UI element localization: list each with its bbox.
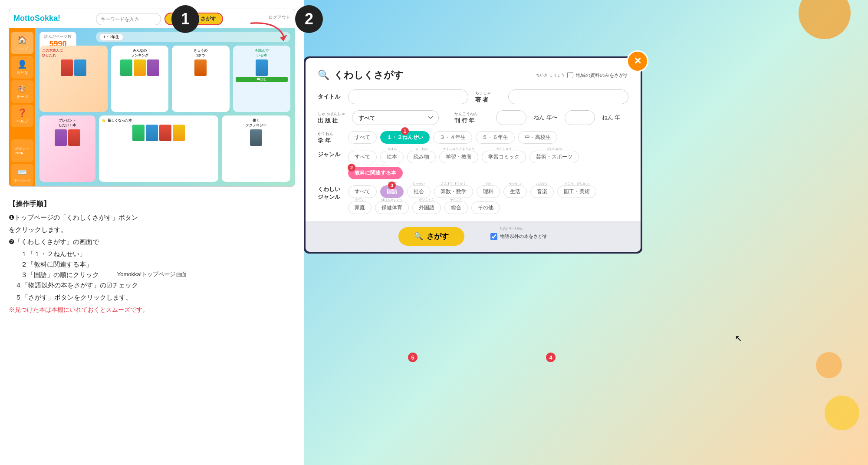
publisher-label-area: しゅっぱんしゃ 出 版 社 [318, 111, 345, 125]
detail-genre-music[interactable]: おんがく 音楽 [530, 185, 554, 198]
book-sections: この本読んにひとたれ みんなのランキング きょうの1さつ [39, 46, 290, 182]
genre-tag-comic[interactable]: がくしゅう 学習コミック [482, 151, 526, 163]
sidebar-item-keyboard[interactable]: ⌨️ キーボード [11, 164, 33, 186]
monogatari-label: 物語以外の本をさがす [500, 233, 548, 240]
dialog-close-button[interactable]: ✕ [627, 50, 648, 72]
genre-tag-ebook[interactable]: えほん 絵本 [380, 151, 404, 163]
sidebar-label-help: ヘルプ [16, 119, 28, 124]
detail-genre-all[interactable]: すべて [348, 185, 377, 198]
book-thumbs-5 [42, 129, 93, 146]
grade-tag-3-4[interactable]: ３・４年生 [433, 131, 472, 144]
detail-label-art: すこう びじゅつ [565, 181, 589, 186]
detail-genre-label: くわしいジャンル [318, 185, 341, 201]
book-thumb [146, 125, 158, 141]
step-badge-5: 5 [408, 353, 418, 362]
sidebar-item-points[interactable]: ポイント282▶ [11, 139, 33, 162]
sidebar-item-home[interactable]: 🏠 トップ [11, 32, 33, 54]
publisher-select[interactable]: すべて [352, 110, 439, 125]
book-card-title-5: プレゼントしたい！本 [42, 118, 93, 128]
inst-sub1: １「１・２ねんせい」 [21, 249, 295, 259]
step-badge-3: 3 [388, 181, 396, 189]
detail-label-life: せいかつ [509, 181, 521, 186]
detail-genre-art[interactable]: すこう びじゅつ 図工・美術 [557, 185, 596, 198]
monogatari-checkbox[interactable] [490, 233, 497, 240]
grade-section: がくねん 学 年 すべて 1 １・２ねんせい ３・４年生 ５・６年生 中・高校生 [318, 131, 628, 145]
deco-circle-2 [825, 396, 859, 430]
genre-tag-all[interactable]: すべて [348, 151, 377, 163]
book-thumb [134, 59, 146, 76]
grade-section-header: がくねん 学 年 すべて 1 １・２ねんせい ３・４年生 ５・６年生 中・高校生 [318, 131, 628, 145]
book-thumbs-1 [42, 59, 105, 76]
sidebar-item-theme[interactable]: 🎨 テーマ [11, 80, 33, 103]
sidebar-points: ポイント282▶ [11, 139, 33, 162]
year-from-input[interactable] [496, 110, 526, 125]
detail-genre-shakai[interactable]: しゃかい 社会 [407, 185, 431, 198]
author-input[interactable] [508, 89, 628, 104]
points-label: ポイント282▶ [15, 146, 29, 155]
dialog-title: 🔍 くわしくさがす [318, 69, 404, 82]
book-card-featured[interactable]: この本読んにひとたれ [39, 46, 108, 112]
grade-1[interactable]: 1・2年生 [99, 33, 123, 41]
detail-genre-other[interactable]: その他 [471, 201, 500, 214]
grade-tag-5-6[interactable]: ５・６年生 [476, 131, 515, 144]
book-card-today[interactable]: きょうの1さつ [172, 46, 229, 112]
genre-label-top-ebook: えほん [388, 147, 397, 151]
genre-section-header: ジャンル すべて えほん 絵本 よ もの 読み物 がくしゅう さようよう 学習・… [318, 151, 628, 163]
genre-tag-arts[interactable]: げいじゅつ 芸術・スポーツ [529, 151, 579, 163]
grade-tag-high[interactable]: 中・高校生 [518, 131, 557, 144]
genre-label-top-reading: よ もの [415, 147, 427, 151]
book-card-ranking[interactable]: みんなのランキング [111, 46, 168, 112]
step-badge-1: 1 [401, 127, 409, 135]
read-button[interactable]: 📖読む [236, 77, 288, 82]
sidebar-item-help[interactable]: ❓ ヘルプ [11, 105, 33, 127]
step-badge-2: 2 [348, 164, 355, 171]
year-separator: ねん 年〜 [533, 114, 558, 122]
year-to-input[interactable] [565, 110, 595, 125]
title-input[interactable] [348, 89, 468, 104]
detail-genre-home[interactable]: かてい 家庭 [348, 201, 372, 214]
pub-year-label: 刊 行 年 [454, 117, 489, 125]
detail-genre-row1: すべて 3 こくご 国語 しゃかい 社会 さんすう すうがく 算数・数学 [348, 185, 596, 198]
yomokka-main: 読んだページ数 5990 ページ 1・2年生 この本読んにひとたれ みんなのラン… [35, 28, 295, 186]
grade-tag-all[interactable]: すべて [348, 131, 377, 144]
monogatari-label-top: ものがたりがい [499, 226, 523, 231]
detail-genre-foreign[interactable]: がいこくご 外国語 [412, 201, 441, 214]
book-thumb [132, 125, 145, 141]
detail-genre-kokugo[interactable]: 3 こくご 国語 [380, 185, 404, 198]
search-input[interactable] [96, 13, 161, 25]
book-card-work[interactable]: 働くテクノロジー [222, 115, 290, 182]
sidebar-label-theme: テーマ [16, 94, 28, 100]
sagasu-icon: 🔍 [414, 232, 423, 241]
book-thumbs-6 [102, 125, 216, 141]
detail-genre-science[interactable]: りか 理科 [477, 185, 500, 198]
sidebar-label-home: トップ [16, 46, 28, 51]
title-label: タイトル [318, 93, 341, 101]
genre-tag-kyoka[interactable]: 2 さいか かんれん 教科に関連する本 [348, 167, 403, 179]
detail-genre-sougou[interactable]: そうごう 総合 [444, 201, 468, 214]
book-thumb [256, 59, 268, 76]
publisher-label: 出 版 社 [318, 117, 345, 125]
detail-label-science: りか [485, 181, 491, 186]
inst-sub3: ３「国語」の順にクリック [21, 270, 295, 280]
grade-tag-1-2[interactable]: 1 １・２ねんせい [380, 131, 430, 144]
genre-tag-learning[interactable]: がくしゅう さようよう 学習・教養 [439, 151, 478, 163]
book-thumb [147, 59, 159, 76]
sidebar-item-person[interactable]: 👤 あだな [11, 56, 33, 79]
detail-genre-math[interactable]: さんすう すうがく 算数・数学 [434, 185, 473, 198]
detail-genre-health[interactable]: ほけんたいいく 保健体育 [375, 201, 409, 214]
book-thumb [55, 129, 67, 146]
book-card-present[interactable]: プレゼントしたい！本 [39, 115, 95, 182]
dialog-inner: ✕ 🔍 くわしくさがす ちいき しりょう 地域の資料のみをさがす タイトル ちょ… [306, 58, 641, 252]
genre-tag-reading[interactable]: よ もの 読み物 [407, 151, 436, 163]
step-badge-4: 4 [546, 353, 556, 362]
book-row-2: プレゼントしたい！本 ⭐ 新しくなった本 働 [39, 115, 290, 182]
inst-step1b: をクリックします。 [9, 224, 295, 235]
book-card-reading[interactable]: 今読んでいる本 📖読む [233, 46, 290, 112]
instructions-panel: 【操作手順】 ❶トップページの「くわしくさがす」ボタン をクリックします。 ❷「… [9, 200, 295, 314]
yomokka-logo: MottoSokka! [13, 14, 60, 23]
book-card-new[interactable]: ⭐ 新しくなった本 [99, 115, 218, 182]
detail-genre-life[interactable]: せいかつ 生活 [503, 185, 527, 198]
sagasu-button[interactable]: 🔍 さがす [398, 227, 464, 246]
regional-checkbox[interactable] [567, 72, 573, 78]
book-card-title-6: ⭐ 新しくなった本 [102, 118, 216, 123]
